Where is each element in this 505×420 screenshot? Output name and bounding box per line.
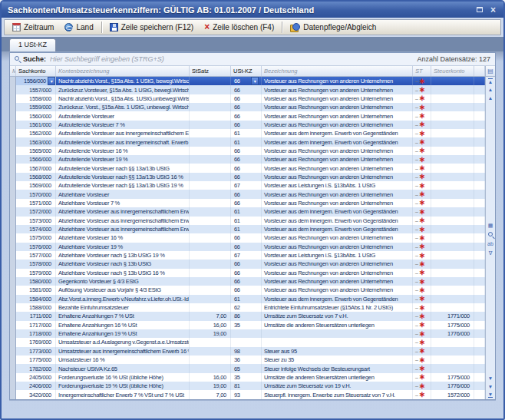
table-row[interactable]: 1711/000Erhaltene Anzahlungen 7 % USt7,0… (10, 312, 485, 320)
search-input[interactable] (50, 55, 413, 63)
row-marker-cell (10, 155, 16, 164)
table-row[interactable]: 1559/000Zurückzuz. Vorst., §15a Abs. 1 U… (10, 103, 485, 111)
table-row[interactable]: 1569/000Aufzuteilende Vorsteuer nach §§ … (10, 181, 485, 190)
steuerkonto-cell (431, 173, 474, 181)
scroll-page-up-button[interactable]: ▲ (486, 85, 495, 94)
table-row[interactable]: 1769/000Umsatzsteuer a.d.Auslagerung v.G… (10, 338, 485, 346)
kontenbezeichnung-cell: Nachtr.abziehb.Vorst., §15a Abs. 1 UStG,… (56, 77, 190, 85)
toolbar-separator (101, 21, 102, 33)
table-row[interactable]: 1562/000Aufzuteilende Vorsteuer aus inne… (10, 129, 485, 137)
sachkonto-dropdown-button[interactable]: ▾ (48, 77, 55, 85)
table-row[interactable]: 1577/000Abziehbare Vorsteuer nach § 13b … (10, 251, 485, 260)
table-row[interactable]: 1773/000Umsatzsteuer aus innergemeinscha… (10, 347, 485, 356)
table-row[interactable]: 1782/000Nachsteuer UStVA Kz.6565Steuer i… (10, 364, 485, 372)
delete-x-icon: × (204, 23, 210, 31)
grid-search-button[interactable] (488, 230, 493, 239)
bezeichnung-cell (262, 338, 413, 346)
land-button[interactable]: Land (59, 21, 98, 34)
bezeichnung-cell: Vorsteuer aus dem innergem. Erwerb von G… (262, 217, 413, 225)
table-row[interactable]: 2405/000Forderungsverluste 16 % USt (übl… (10, 373, 485, 382)
zeitraum-button[interactable]: Zeitraum (7, 21, 59, 34)
header-steuerkonto[interactable]: Steuerkonto (431, 66, 474, 76)
tax-star-glyph: ∗ (419, 173, 425, 180)
scroll-page-down-button[interactable]: ▼ (486, 382, 495, 391)
table-row[interactable]: 1718/000Erhaltene Anzahlungen 19 % USt19… (10, 329, 485, 338)
table-row[interactable]: 1775/000Umsatzsteuer 16 %36Steuer zu 35–… (10, 356, 485, 364)
table-row[interactable]: 1580/000Gegenkonto Vorsteuer § 4/3 EStG6… (10, 277, 485, 286)
steuerkonto-cell (431, 243, 474, 251)
header-kontenbezeichnung[interactable]: Kontenbezeichnung (56, 66, 190, 76)
header-ustkz[interactable]: USt-KZ (231, 66, 262, 76)
table-row[interactable]: 1575/000Abziehbare Vorsteuer 16 %66Vorst… (10, 233, 485, 242)
stsatz-cell (190, 277, 231, 286)
header-st[interactable]: ST (413, 66, 431, 76)
table-row[interactable]: 1558/000Nachtr.abziehb.Vorst., §15a Abs.… (10, 94, 485, 103)
tax-dash-glyph: – (415, 313, 418, 319)
scroll-to-bottom-button[interactable]: ▼ (486, 391, 495, 399)
steuerkonto-cell (431, 181, 474, 190)
table-row[interactable]: 1567/000Aufzuteilende Vorsteuer nach §§ … (10, 164, 485, 172)
table-row[interactable]: 1560/000Aufzuteilende Vorsteuer66Vorsteu… (10, 111, 485, 120)
tab-ust-kz[interactable]: 1 USt-KZ (9, 38, 56, 51)
table-row[interactable]: 1573/000Abziehbare Vorsteuer aus innerge… (10, 217, 485, 225)
search-label: Suche: (23, 55, 46, 63)
scroll-line-up-button[interactable]: ▲ (486, 94, 495, 102)
filler-cell (474, 225, 485, 233)
window-title: Sachkonten/Umsatzsteuerkennziffern: GÜLT… (8, 5, 471, 15)
filler-cell (474, 269, 485, 277)
table-row[interactable]: 1556/000▾Nachtr.abziehb.Vorst., §15a Abs… (10, 77, 485, 85)
tax-key-icon: –∗ (415, 173, 425, 180)
restore-button[interactable] (474, 5, 485, 15)
grid-goto-button[interactable]: ab (487, 240, 493, 248)
tax-key-icon: –∗ (415, 252, 425, 260)
tax-key-icon: –∗ (415, 321, 425, 329)
header-sachkonto[interactable]: Sachkonto (16, 66, 56, 76)
st-cell: –∗ (413, 390, 431, 399)
stsatz-cell (190, 129, 231, 137)
header-bezeichnung[interactable]: Bezeichnung (262, 66, 413, 76)
bezeichnung-cell: Vorsteuer aus Leistungen i.S. §13bAbs. 1… (262, 181, 413, 190)
table-options-icon[interactable]: ▤ (486, 66, 495, 77)
ustkz-dropdown-button[interactable]: ▾ (251, 77, 259, 85)
scroll-line-down-button[interactable]: ▼ (486, 374, 495, 382)
steuerkonto-cell (431, 103, 474, 111)
stsatz-cell: 19,00 (190, 329, 231, 338)
table-row[interactable]: 1578/000Abziehbare Vorsteuer nach § 13b … (10, 260, 485, 268)
filler-cell (474, 251, 485, 260)
row-marker-cell (10, 94, 16, 103)
table-row[interactable]: 1576/000Abziehbare Vorsteuer 19 %66Vorst… (10, 243, 485, 251)
datenpflege-button[interactable]: Datenpflege/Abgleich (285, 21, 381, 34)
table-row[interactable]: 1561/000Aufzuteilende Vorsteuer 7 %66Vor… (10, 121, 485, 129)
grid-view-button[interactable]: ▦ (488, 221, 493, 230)
vertical-scrollbar[interactable]: ▤ ▲ ▲ ▲ ▦ (485, 66, 495, 399)
table-row[interactable]: 1565/000Aufzuteilende Vorsteuer 16 %66Vo… (10, 147, 485, 155)
sachkonto-cell: 1565/000 (16, 147, 56, 155)
steuerkonto-cell (431, 269, 474, 277)
table-row[interactable]: 1572/000Abziehbare Vorsteuer aus innerge… (10, 207, 485, 216)
table-row[interactable]: 1571/000Abziehbare Vorsteuer 7 %66Vorste… (10, 199, 485, 207)
grid-filter-button[interactable]: ∇ (489, 249, 493, 257)
save-row-button[interactable]: Zeile speichern (F12) (104, 21, 199, 34)
table-row[interactable]: 1579/000Abziehbare Vorsteuer nach § 13b … (10, 269, 485, 277)
table-row[interactable]: 1557/000Zurückzuz.Vorsteuer, §15a Abs. 1… (10, 85, 485, 94)
table-row[interactable]: 3420/000Innergemeinschaftlicher Erwerb 7… (10, 390, 485, 399)
table-row[interactable]: 1566/000Aufzuteilende Vorsteuer 19 %66Vo… (10, 155, 485, 164)
delete-row-button[interactable]: × Zeile löschen (F4) (199, 21, 279, 34)
table-row[interactable]: 2406/000Forderungsverluste 19 % USt (übl… (10, 382, 485, 390)
table-row[interactable]: 1568/000Aufzuteilende Vorsteuer nach §§ … (10, 173, 485, 181)
table-row[interactable]: 1581/000Auflösung Vorsteuer aus Vorjahr … (10, 286, 485, 294)
scroll-to-top-button[interactable]: ▲ (486, 77, 495, 85)
table-row[interactable]: 1574/000Abziehbare Vorsteuer aus innerge… (10, 225, 485, 233)
table-row[interactable]: 1584/000Abz.Vorst.a.innerg.Erwerb v.Neuf… (10, 295, 485, 303)
table-row[interactable]: 1570/000Abziehbare Vorsteuer66Vorsteuer … (10, 190, 485, 198)
row-marker-cell (10, 251, 16, 260)
stsatz-cell (190, 295, 231, 303)
table-row[interactable]: 1563/000Aufzuteilende Vorsteuer aus inne… (10, 137, 485, 146)
close-button[interactable]: × (487, 5, 499, 15)
header-stsatz[interactable]: StSatz (190, 66, 231, 76)
filler-cell (474, 286, 485, 294)
tax-dash-glyph: – (415, 96, 418, 101)
table-row[interactable]: 1717/000Erhaltene Anzahlungen 16 % USt16… (10, 321, 485, 329)
table-row[interactable]: 1588/000Bezahlte Einfuhrumsatzsteuer62En… (10, 303, 485, 312)
row-marker-cell (10, 207, 16, 216)
